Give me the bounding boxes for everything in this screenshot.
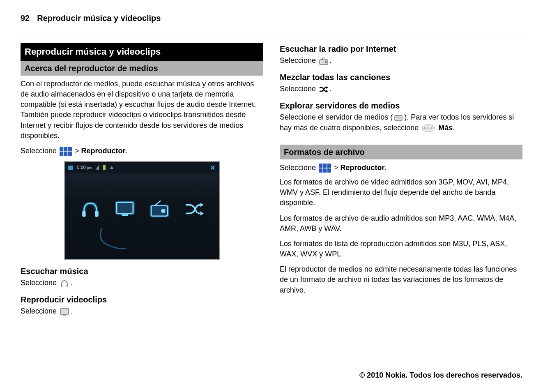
- select-reproductor-line: Seleccione > Reproductor.: [21, 146, 263, 156]
- shuffle-icon: [319, 85, 329, 94]
- gt-separator-2: >: [334, 164, 341, 172]
- shuffle-glow-icon: [183, 198, 205, 219]
- heading-listen-music: Escuchar música: [21, 265, 263, 277]
- footer-copyright: © 2010 Nokia. Todos los derechos reserva…: [21, 367, 522, 380]
- svg-rect-7: [117, 203, 133, 214]
- audio-formats-paragraph: Los formatos de archivo de audio admitid…: [280, 213, 522, 234]
- statusbar-time: 5:00 pm: [77, 164, 92, 171]
- svg-marker-13: [200, 203, 203, 207]
- close-icon: ✕: [210, 164, 215, 173]
- header-rule: [21, 34, 522, 34]
- svg-rect-4: [82, 211, 85, 217]
- headphone-cable: [98, 228, 131, 252]
- apps-grid-icon: [60, 147, 72, 156]
- headphones-glow-icon: [80, 198, 101, 219]
- playlist-formats-paragraph: Los formatos de lista de reproducción ad…: [280, 239, 522, 259]
- statusbar-battery-icon: [103, 165, 106, 170]
- statusbar-window-icon: [68, 166, 73, 170]
- period: .: [70, 279, 72, 287]
- servers-text-1: Seleccione el servidor de medios (: [280, 113, 393, 121]
- select-prefix-music: Seleccione: [21, 279, 59, 287]
- select-prefix-2: Seleccione: [280, 164, 318, 172]
- svg-line-20: [321, 57, 324, 60]
- svg-point-12: [161, 209, 165, 213]
- section-subtitle-gray: Acerca del reproductor de medios: [21, 61, 263, 76]
- screenshot-icon-row: [65, 198, 219, 219]
- line-internet-radio: Seleccione .: [280, 55, 522, 66]
- radio-icon: [319, 56, 329, 65]
- reproductor-label: Reproductor: [81, 147, 126, 155]
- period: .: [453, 124, 455, 132]
- apps-grid-icon: [319, 164, 331, 173]
- period: .: [329, 56, 331, 65]
- page-header: 92 Reproducir música y videoclips: [21, 12, 522, 26]
- select-reproductor-line-2: Seleccione > Reproductor.: [280, 163, 522, 173]
- intro-paragraph: Con el reproductor de medios, puede escu…: [21, 79, 263, 141]
- content-columns: Reproducir música y videoclips Acerca de…: [21, 43, 522, 321]
- svg-marker-23: [326, 90, 328, 92]
- headphones-icon: [60, 279, 69, 288]
- svg-rect-16: [67, 284, 68, 287]
- svg-marker-14: [200, 211, 203, 215]
- server-icon: [393, 113, 403, 122]
- right-column: Escuchar la radio por Internet Seleccion…: [280, 43, 522, 321]
- svg-rect-18: [63, 315, 66, 316]
- svg-text:UPnP: UPnP: [424, 127, 433, 130]
- section-title-black: Reproducir música y videoclips: [21, 43, 263, 61]
- period: .: [329, 85, 331, 93]
- line-listen-music: Seleccione .: [21, 278, 263, 288]
- disclaimer-paragraph: El reproductor de medios no admite neces…: [280, 264, 522, 295]
- period: .: [385, 164, 387, 172]
- svg-rect-17: [60, 309, 69, 314]
- select-prefix-shuffle: Seleccione: [280, 85, 318, 93]
- left-column: Reproducir música y videoclips Acerca de…: [21, 43, 263, 321]
- upnp-icon: UPnP: [421, 124, 435, 133]
- page-header-title: Reproducir música y videoclips: [37, 12, 161, 24]
- select-prefix-video: Seleccione: [21, 307, 59, 315]
- period: .: [126, 147, 128, 155]
- statusbar-signal-icon: [96, 166, 99, 170]
- screen-glow-icon: [114, 198, 136, 219]
- radio-glow-icon: [149, 198, 170, 219]
- line-browse-servers: Seleccione el servidor de medios ( ). Pa…: [280, 112, 522, 133]
- heading-internet-radio: Escuchar la radio por Internet: [280, 43, 522, 55]
- select-prefix-radio: Seleccione: [280, 56, 318, 65]
- page-number: 92: [21, 12, 30, 24]
- video-formats-paragraph: Los formatos de archivo de video admitid…: [280, 177, 522, 208]
- svg-marker-22: [326, 86, 328, 89]
- statusbar-wifi-icon: [110, 166, 114, 169]
- period: .: [70, 307, 72, 315]
- servers-more-label: Más: [438, 124, 453, 132]
- select-prefix: Seleccione: [21, 147, 59, 155]
- screenshot-statusbar: 5:00 pm ✕: [65, 162, 219, 173]
- svg-rect-8: [122, 214, 128, 216]
- heading-shuffle-all: Mezclar todas las canciones: [280, 71, 522, 83]
- reproductor-label-2: Reproductor: [341, 164, 385, 172]
- gray-bar-file-formats: Formatos de archivo: [280, 145, 522, 159]
- svg-rect-5: [95, 211, 98, 217]
- heading-play-videoclips: Reproducir videoclips: [21, 294, 263, 305]
- media-player-screenshot: 5:00 pm ✕: [64, 161, 220, 260]
- svg-point-21: [325, 61, 327, 63]
- heading-browse-servers: Explorar servidores de medios: [280, 100, 522, 111]
- screen-icon: [60, 307, 69, 316]
- line-play-videoclips: Seleccione .: [21, 306, 263, 316]
- line-shuffle-all: Seleccione .: [280, 84, 522, 94]
- svg-rect-24: [395, 115, 402, 120]
- svg-rect-15: [61, 284, 62, 287]
- gt-separator: >: [75, 147, 81, 155]
